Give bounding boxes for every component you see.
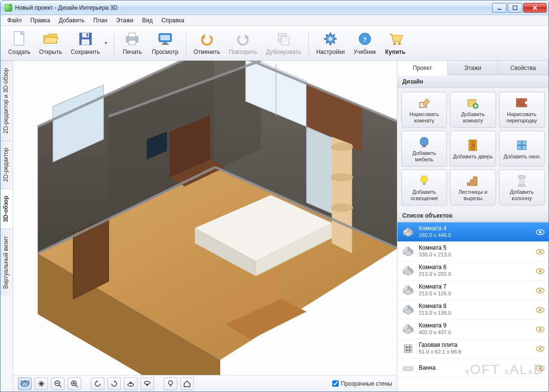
- svg-point-128: [409, 349, 411, 351]
- floppy-icon: [77, 31, 94, 47]
- tab-floors[interactable]: Этажи: [448, 61, 498, 75]
- object-dimensions: 402.0 x 437.0: [419, 329, 532, 336]
- pencil-room-icon: [417, 96, 431, 110]
- create-button[interactable]: Создать: [5, 28, 34, 58]
- object-row[interactable]: Комната 6213.0 x 202.0: [397, 261, 549, 281]
- menu-add[interactable]: Добавить: [55, 16, 88, 25]
- rotate-ccw-tool[interactable]: [91, 377, 104, 390]
- visibility-eye-icon[interactable]: [536, 229, 545, 235]
- tab-project[interactable]: Проект: [397, 61, 448, 75]
- rotate-cw-tool[interactable]: [107, 377, 121, 390]
- tutorial-button[interactable]: ?Учебник: [351, 28, 379, 58]
- svg-text:360: 360: [20, 380, 30, 386]
- object-name: Комната 7: [419, 284, 532, 290]
- object-icon: [401, 343, 415, 355]
- pan-tool[interactable]: [34, 377, 48, 390]
- lighting-tool[interactable]: [164, 377, 177, 390]
- draw-partition-button[interactable]: Нарисовать перегородку: [499, 92, 545, 128]
- add-window-button[interactable]: Добавить окно: [499, 131, 545, 167]
- object-row[interactable]: Газовая плита51.0 x 62.1 x 86.9: [397, 339, 549, 358]
- visibility-eye-icon[interactable]: [536, 268, 545, 274]
- svg-rect-1: [513, 6, 517, 10]
- printer-icon: [124, 31, 140, 47]
- svg-point-43: [331, 173, 353, 182]
- object-row[interactable]: Комната 9402.0 x 437.0: [397, 320, 549, 339]
- objects-section-header: Список объектов: [397, 209, 549, 222]
- object-row[interactable]: Комната 8213.0 x 139.0: [397, 300, 549, 320]
- app-window: Новый проект - Дизайн Интерьера 3D Файл …: [0, 0, 549, 392]
- save-dropdown[interactable]: [103, 28, 109, 58]
- add-column-button[interactable]: Добавить колонну: [499, 170, 545, 205]
- redo-button[interactable]: Повторить: [226, 28, 260, 58]
- visibility-eye-icon[interactable]: [536, 288, 545, 293]
- tilt-up-tool[interactable]: [124, 377, 137, 390]
- add-door-button[interactable]: Добавить дверь: [450, 131, 496, 167]
- object-row[interactable]: Комната 4280.0 x 446.0: [397, 222, 549, 242]
- tab-2d-editor[interactable]: 2D-редактор: [0, 140, 13, 188]
- object-row[interactable]: Комната 5335.0 x 213.0: [397, 242, 549, 261]
- add-furniture-button[interactable]: Добавить мебель: [401, 131, 447, 167]
- visibility-eye-icon[interactable]: [536, 326, 545, 332]
- undo-icon: [199, 31, 215, 47]
- tab-3d-view[interactable]: 3D-обзор: [0, 188, 13, 229]
- visibility-eye-icon[interactable]: [536, 365, 545, 371]
- window-buttons: [491, 3, 547, 13]
- svg-line-25: [326, 42, 327, 43]
- zoom-in-tool[interactable]: [68, 377, 81, 390]
- tab-2d-3d-combo[interactable]: 2D-редактор и 3D-обзор: [0, 61, 13, 140]
- open-button[interactable]: Открыть: [36, 28, 65, 58]
- duplicate-icon: [275, 31, 292, 47]
- add-room-button[interactable]: Добавить комнату: [450, 92, 496, 128]
- duplicate-button[interactable]: Дублировать: [263, 28, 304, 58]
- stairs-icon: [465, 173, 480, 188]
- draw-room-button[interactable]: Нарисовать комнату: [401, 92, 447, 128]
- save-button[interactable]: Сохранить: [68, 28, 103, 58]
- buy-button[interactable]: Купить: [382, 28, 409, 58]
- svg-rect-13: [162, 44, 169, 45]
- settings-button[interactable]: Настройки: [313, 28, 348, 58]
- visibility-eye-icon[interactable]: [536, 346, 545, 352]
- preview-button[interactable]: Просмотр: [149, 28, 181, 58]
- menu-edit[interactable]: Правка: [27, 16, 54, 25]
- object-list[interactable]: Комната 4280.0 x 446.0Комната 5335.0 x 2…: [397, 222, 549, 392]
- svg-rect-5: [82, 39, 89, 45]
- zoom-out-tool[interactable]: [51, 377, 65, 390]
- object-icon: [401, 246, 415, 257]
- tab-properties[interactable]: Свойства: [498, 61, 549, 75]
- menu-help[interactable]: Справка: [157, 16, 188, 25]
- svg-rect-76: [516, 99, 521, 101]
- object-row[interactable]: Комната 7213.0 x 126.0: [397, 281, 549, 300]
- menu-floors[interactable]: Этажи: [112, 16, 137, 25]
- menu-plan[interactable]: План: [89, 16, 111, 25]
- orbit-360-tool[interactable]: 360: [18, 377, 32, 390]
- stairs-button[interactable]: Лестницы и вырезы: [450, 170, 496, 205]
- viewport: 360 Прозрачные стены: [13, 61, 397, 392]
- print-button[interactable]: Печать: [119, 28, 146, 58]
- maximize-button[interactable]: [508, 3, 522, 13]
- svg-rect-80: [516, 104, 521, 107]
- visibility-eye-icon[interactable]: [536, 307, 545, 313]
- folder-open-icon: [42, 31, 59, 47]
- object-name: Комната 8: [419, 303, 532, 310]
- minimize-button[interactable]: [492, 3, 507, 13]
- room-plus-icon: [465, 96, 480, 110]
- transparent-walls-checkbox[interactable]: Прозрачные стены: [332, 380, 392, 387]
- menu-file[interactable]: Файл: [3, 16, 26, 25]
- menu-view[interactable]: Вид: [138, 16, 156, 25]
- transparent-walls-input[interactable]: [332, 380, 339, 387]
- svg-line-65: [76, 385, 78, 387]
- svg-point-29: [398, 42, 401, 45]
- tab-virtual-visit[interactable]: Виртуальный визит: [0, 229, 13, 296]
- add-light-button[interactable]: Добавить освещение: [401, 170, 447, 205]
- svg-point-133: [539, 367, 542, 369]
- close-button[interactable]: [523, 3, 547, 13]
- tilt-down-tool[interactable]: [140, 377, 154, 390]
- object-dimensions: 213.0 x 202.0: [419, 271, 532, 277]
- 3d-canvas[interactable]: [13, 61, 397, 375]
- object-row[interactable]: Ванна: [397, 358, 549, 378]
- visibility-eye-icon[interactable]: [536, 249, 545, 255]
- home-view-tool[interactable]: [180, 377, 194, 390]
- object-name: Комната 9: [419, 323, 532, 329]
- undo-button[interactable]: Отменить: [190, 28, 223, 58]
- svg-point-89: [421, 176, 428, 183]
